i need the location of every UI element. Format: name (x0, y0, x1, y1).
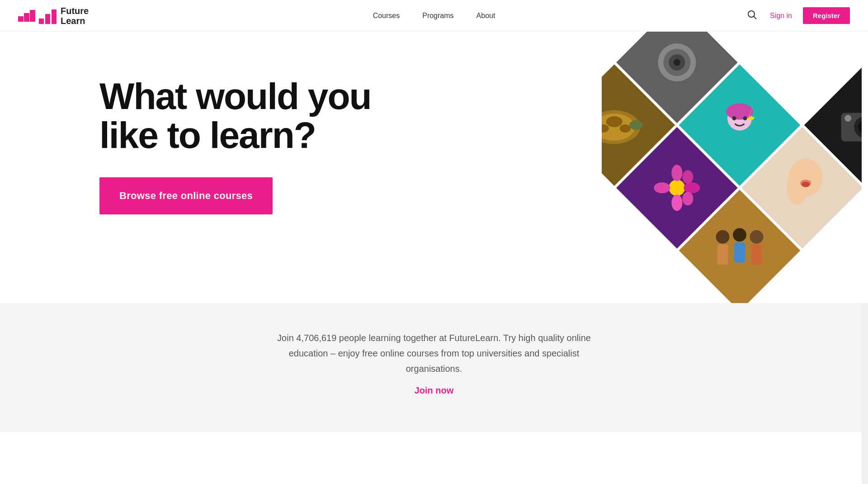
join-now-link[interactable]: Join now (415, 385, 454, 395)
svg-point-46 (750, 230, 764, 244)
nav-programs[interactable]: Programs (422, 12, 453, 20)
nav-courses[interactable]: Courses (373, 12, 400, 20)
search-icon (747, 10, 757, 20)
logo-text: Future Learn (61, 6, 89, 26)
svg-rect-1 (24, 13, 29, 22)
svg-rect-43 (717, 244, 728, 265)
baby-icon (775, 157, 830, 218)
svg-rect-6 (45, 14, 50, 24)
main-nav: Courses Programs About (373, 12, 495, 20)
svg-rect-45 (734, 242, 745, 263)
svg-point-15 (844, 115, 851, 122)
group-icon (709, 220, 770, 281)
speaker-icon (653, 38, 701, 86)
nav-about[interactable]: About (476, 12, 495, 20)
teal-illustration-icon (712, 98, 767, 152)
svg-rect-5 (39, 19, 44, 24)
logo-steps-icon (39, 8, 57, 24)
svg-point-8 (748, 11, 755, 17)
header: Future Learn Courses Programs About Sign… (0, 0, 868, 32)
lower-section: Join 4,706,619 people learning together … (0, 303, 868, 432)
hero-collage (602, 32, 862, 303)
svg-point-26 (787, 171, 807, 205)
svg-point-41 (682, 192, 693, 205)
rotated-grid (602, 32, 862, 303)
svg-point-31 (606, 116, 623, 127)
svg-point-22 (732, 116, 736, 120)
svg-rect-47 (751, 244, 762, 265)
svg-point-33 (620, 124, 631, 133)
svg-point-40 (682, 170, 693, 184)
svg-point-28 (802, 182, 810, 187)
logo-icon (18, 7, 35, 24)
svg-point-39 (654, 182, 670, 193)
svg-rect-2 (30, 10, 35, 22)
svg-rect-7 (52, 9, 57, 24)
sign-in-link[interactable]: Sign in (770, 12, 792, 20)
svg-marker-4 (18, 16, 24, 22)
hero-headline: What would you like to learn? (99, 77, 371, 155)
svg-line-9 (754, 16, 756, 19)
turtle-icon (602, 101, 648, 149)
lower-description: Join 4,706,619 people learning together … (276, 330, 592, 376)
hero-section: What would you like to learn? Browse fre… (0, 32, 868, 303)
svg-point-44 (733, 228, 746, 242)
logo[interactable]: Future Learn (18, 6, 89, 26)
flowers-icon (650, 161, 704, 215)
svg-point-23 (743, 116, 747, 120)
svg-point-19 (674, 59, 680, 66)
svg-point-34 (629, 120, 643, 130)
camera-icon (838, 105, 862, 146)
svg-point-36 (671, 165, 682, 181)
hero-content: What would you like to learn? Browse fre… (0, 32, 371, 303)
browse-courses-button[interactable]: Browse free online courses (99, 177, 273, 214)
svg-point-37 (684, 182, 700, 193)
svg-point-42 (716, 230, 730, 244)
header-right: Sign in Register (745, 7, 850, 24)
search-button[interactable] (745, 8, 759, 23)
svg-point-35 (669, 180, 685, 196)
svg-point-38 (671, 195, 682, 211)
register-button[interactable]: Register (803, 7, 850, 24)
